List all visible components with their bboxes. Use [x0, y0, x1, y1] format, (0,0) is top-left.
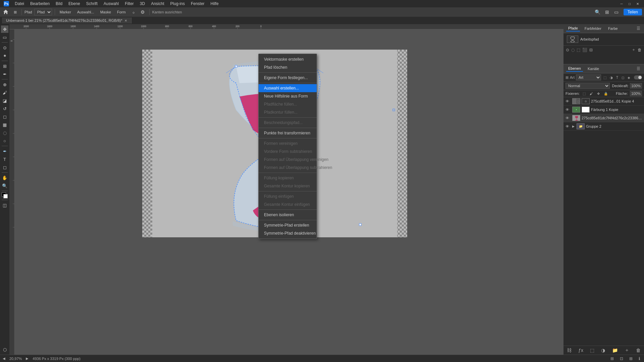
background-color[interactable] — [3, 194, 8, 198]
quick-mask-tool[interactable]: ◫ — [1, 201, 8, 209]
layer-delete-btn[interactable]: 🗑 — [635, 347, 642, 353]
brush-tool[interactable]: 🖌 — [1, 89, 8, 96]
lock-transparent-btn[interactable]: ⬚ — [582, 92, 587, 96]
zoom-icon[interactable]: ⊞ — [603, 8, 611, 16]
filter-adjustment-btn[interactable]: ◑ — [609, 75, 614, 80]
ctx-ebenen-isolieren[interactable]: Ebenen isolieren — [259, 211, 317, 219]
ctx-symmetriepfad-erstellen[interactable]: Symmetrie-Pfad erstellen — [259, 221, 317, 229]
status-next[interactable]: ▶ — [26, 357, 29, 360]
path-add-btn[interactable]: ＋ — [631, 47, 637, 53]
layer-visibility-main[interactable]: 👁 — [566, 116, 571, 120]
eyedropper-tool[interactable]: ✒ — [1, 70, 8, 78]
menu-3d[interactable]: 3D — [137, 1, 148, 7]
tab-farbfelder[interactable]: Farbfelder — [583, 26, 603, 31]
status-info-btn[interactable]: ℹ — [638, 356, 641, 361]
layer-add-btn[interactable]: ＋ — [623, 347, 631, 354]
lock-all-btn[interactable]: 🔒 — [603, 92, 609, 96]
layer-row-main[interactable]: 👁 275cd85e81dc7f4f4d276c2c23386c01 — [564, 114, 644, 122]
path-options-btn[interactable]: ⚙ — [139, 8, 147, 16]
layer-style-btn[interactable]: ƒx — [577, 347, 585, 353]
path-from-selection-btn[interactable]: ⬛ — [581, 47, 588, 53]
path-mask-btn[interactable]: ⊟ — [588, 47, 594, 53]
marker-button[interactable]: Marker — [58, 9, 73, 15]
text-tool[interactable]: T — [1, 156, 8, 163]
filter-pixel-btn[interactable]: ⬚ — [602, 75, 607, 80]
heal-tool[interactable]: ⊕ — [1, 81, 8, 88]
home-button[interactable] — [2, 8, 9, 16]
lasso-tool[interactable]: ⊙ — [1, 44, 8, 51]
close-button[interactable]: ✕ — [634, 0, 641, 7]
tab-kanaele[interactable]: Kanäle — [586, 66, 601, 71]
path-entry-arbeitspfad[interactable]: Arbeitspfad — [565, 35, 643, 44]
blend-mode-select[interactable]: Normal — [566, 83, 610, 89]
menu-ebene[interactable]: Ebene — [66, 1, 83, 7]
auswahl-button[interactable]: Auswahl... — [75, 9, 96, 15]
lock-position-btn[interactable]: ✥ — [596, 92, 601, 96]
menu-bearbeiten[interactable]: Bearbeiten — [28, 1, 52, 7]
erase-tool[interactable]: ◻ — [1, 113, 8, 120]
gradient-tool[interactable]: ▦ — [1, 121, 8, 128]
paths-panel-menu[interactable]: ☰ — [636, 26, 641, 31]
menu-auswahl[interactable]: Auswahl — [101, 1, 121, 7]
menu-bild[interactable]: Bild — [53, 1, 65, 7]
tab-pfade[interactable]: Pfade — [566, 25, 580, 32]
tab-farbe[interactable]: Farbe — [606, 26, 620, 31]
maximize-button[interactable]: □ — [626, 0, 633, 7]
layer-visibility-kopie4[interactable]: 👁 — [566, 99, 571, 103]
app-logo[interactable]: Ps — [3, 0, 10, 7]
filter-type-text-btn[interactable]: T — [615, 75, 619, 80]
menu-datei[interactable]: Datei — [12, 1, 27, 7]
menu-hilfe[interactable]: Hilfe — [208, 1, 221, 7]
minimize-button[interactable]: ─ — [618, 0, 625, 7]
layer-row-gruppe2[interactable]: 👁 ▶ 📁 Gruppe 2 — [564, 122, 644, 131]
ctx-vektormaske-erstellen[interactable]: Vektormaske erstellen — [259, 55, 317, 63]
blur-tool[interactable]: ◌ — [1, 129, 8, 136]
ctx-auswahl-erstellen[interactable]: Auswahl erstellen... — [259, 84, 317, 92]
menu-filter[interactable]: Filter — [122, 1, 137, 7]
color-swatch[interactable] — [2, 192, 8, 198]
lock-pixels-btn[interactable]: 🖌 — [589, 92, 594, 96]
ctx-punkte-transformieren[interactable]: Punkte frei transformieren — [259, 129, 317, 137]
dodge-tool[interactable]: ○ — [1, 137, 8, 144]
tool-options-btn[interactable]: ⊞ — [11, 8, 19, 16]
layer-row-faerbung[interactable]: 👁 ▪ Färbung 1 Kopie — [564, 106, 644, 114]
history-brush-tool[interactable]: ↺ — [1, 105, 8, 112]
path-delete-btn[interactable]: 🗑 — [637, 47, 643, 53]
filter-smart-btn[interactable]: ◈ — [627, 75, 631, 80]
layer-visibility-faerbung[interactable]: 👁 — [566, 108, 571, 112]
select-tool[interactable]: ▭ — [1, 34, 8, 41]
crop-tool[interactable]: ⊞ — [1, 62, 8, 70]
filter-shape-btn[interactable]: ◻ — [621, 75, 625, 80]
tab-close-button[interactable]: ✕ — [124, 19, 127, 22]
menu-plugins[interactable]: Plug-ins — [168, 1, 187, 7]
status-prev[interactable]: ◀ — [3, 357, 5, 360]
quick-select-tool[interactable]: ⁕ — [1, 52, 8, 59]
path-arrow-btn[interactable]: ⬦ — [130, 8, 137, 16]
ctx-eigene-form[interactable]: Eigene Form festlegen... — [259, 74, 317, 82]
share-button[interactable]: Teilen — [624, 9, 642, 15]
search-icon[interactable]: 🔍 — [594, 8, 601, 16]
layer-visibility-gruppe2[interactable]: 👁 — [566, 124, 571, 128]
status-arrange-btn[interactable]: ⊞ — [609, 356, 615, 361]
layer-row-kopie4[interactable]: 👁 ⬚ ⊙ 275cd85e81d...01 Kopie 4 — [564, 97, 644, 106]
zoom-tool[interactable]: 🔍 — [1, 182, 8, 189]
shape-tool[interactable]: ◻ — [1, 164, 8, 171]
stamp-tool[interactable]: ◪ — [1, 97, 8, 104]
document-tab[interactable]: Unbenannt-1 bei 21% (275cd85e81dc7f4f4d2… — [2, 17, 131, 23]
opacity-input[interactable] — [630, 83, 642, 88]
hand-tool[interactable]: ✋ — [1, 174, 8, 181]
layer-group-btn[interactable]: 📁 — [611, 347, 619, 353]
ctx-pfad-loeschen[interactable]: Pfad löschen — [259, 63, 317, 71]
status-snap-btn[interactable]: ⊡ — [619, 356, 624, 361]
tab-ebenen[interactable]: Ebenen — [566, 66, 583, 72]
layer-adjustment-btn[interactable]: ◑ — [600, 347, 606, 353]
menu-schrift[interactable]: Schrift — [84, 1, 100, 7]
path-dropdown[interactable]: Pfad — [34, 9, 52, 15]
maske-button[interactable]: Maske — [98, 9, 113, 15]
fill-input[interactable] — [630, 91, 642, 96]
path-to-selection-btn[interactable]: ⬚ — [576, 47, 581, 53]
pen-tool[interactable]: ✒ — [1, 147, 8, 155]
status-grid-btn[interactable]: ⊞ — [628, 356, 634, 361]
screen-mode-button[interactable]: ⬡ — [1, 346, 8, 353]
path-stroke-btn[interactable]: ◌ — [570, 47, 576, 53]
